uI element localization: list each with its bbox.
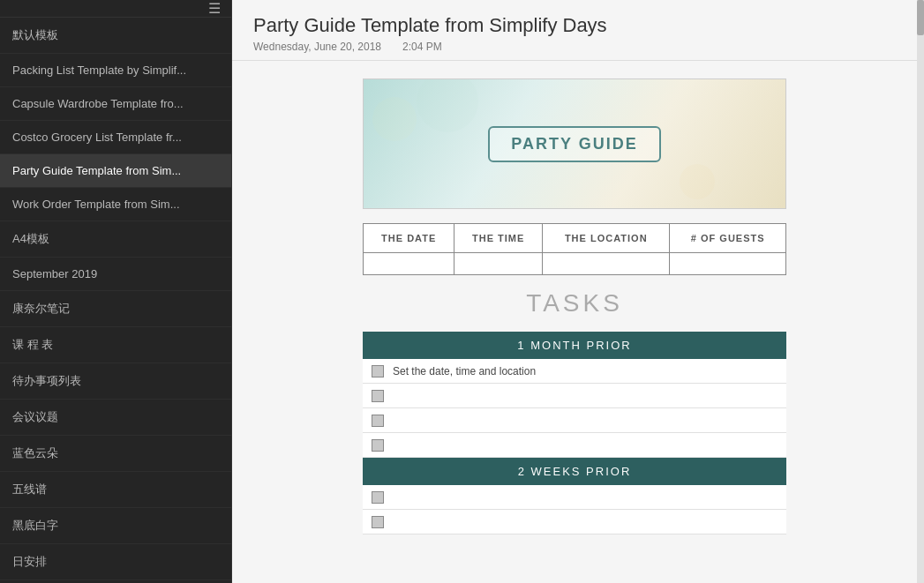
info-value-3[interactable] bbox=[670, 253, 786, 275]
scrollbar-thumb[interactable] bbox=[917, 0, 924, 35]
task-checkbox[interactable] bbox=[372, 365, 384, 377]
task-checkbox[interactable] bbox=[372, 390, 384, 402]
main-meta: Wednesday, June 20, 2018 2:04 PM bbox=[253, 41, 896, 53]
sidebar-item-kangqier-notes[interactable]: 康奈尔笔记 bbox=[0, 291, 231, 327]
main-body: PARTY GUIDE THE DATETHE TIMETHE LOCATION… bbox=[232, 61, 917, 552]
info-header-the-date: THE DATE bbox=[364, 224, 454, 253]
sidebar-items: 默认模板Packing List Template by Simplif...C… bbox=[0, 18, 231, 583]
info-value-2[interactable] bbox=[543, 253, 670, 275]
sidebar-item-september-2019[interactable]: September 2019 bbox=[0, 258, 231, 291]
info-header-the-location: THE LOCATION bbox=[543, 224, 670, 253]
task-checkbox[interactable] bbox=[372, 439, 384, 452]
scrollbar[interactable] bbox=[917, 0, 924, 583]
page-title: Party Guide Template from Simplify Days bbox=[253, 14, 896, 37]
sidebar-item-blue-cloud[interactable]: 蓝色云朵 bbox=[0, 436, 231, 472]
sidebar-item-party-guide[interactable]: Party Guide Template from Sim... bbox=[0, 154, 231, 188]
sidebar-item-a4-template[interactable]: A4模板 bbox=[0, 221, 231, 258]
task-row bbox=[363, 408, 786, 433]
main-content: Party Guide Template from Simplify Days … bbox=[232, 0, 917, 583]
task-row bbox=[363, 433, 786, 458]
task-text: Set the date, time and location bbox=[393, 365, 536, 377]
party-guide-banner: PARTY GUIDE bbox=[363, 78, 786, 209]
tasks-title: TASKS bbox=[526, 289, 623, 318]
task-sections-container: 1 MONTH PRIORSet the date, time and loca… bbox=[363, 332, 786, 534]
task-section-header-1-month-prior: 1 MONTH PRIOR bbox=[363, 332, 786, 359]
sidebar-item-staff-lines[interactable]: 五线谱 bbox=[0, 472, 231, 508]
task-checkbox[interactable] bbox=[372, 491, 384, 504]
sidebar-item-default-templates[interactable]: 默认模板 bbox=[0, 18, 231, 54]
task-row bbox=[363, 510, 786, 534]
task-checkbox[interactable] bbox=[372, 516, 384, 528]
task-row bbox=[363, 384, 786, 408]
task-checkbox[interactable] bbox=[372, 415, 384, 427]
task-row: Set the date, time and location bbox=[363, 359, 786, 384]
banner-label: PARTY GUIDE bbox=[488, 126, 660, 162]
info-table: THE DATETHE TIMETHE LOCATION# OF GUESTS bbox=[363, 223, 786, 275]
info-header---of-guests: # OF GUESTS bbox=[670, 224, 786, 253]
sidebar-item-meeting-agenda[interactable]: 会议议题 bbox=[0, 400, 231, 436]
info-header-the-time: THE TIME bbox=[454, 224, 543, 253]
info-table-header-row: THE DATETHE TIMETHE LOCATION# OF GUESTS bbox=[364, 224, 786, 253]
page-date: Wednesday, June 20, 2018 bbox=[253, 41, 381, 53]
sidebar-item-capsule-wardrobe[interactable]: Capsule Wardrobe Template fro... bbox=[0, 87, 231, 121]
task-section-2-weeks-prior: 2 WEEKS PRIOR bbox=[363, 458, 786, 534]
task-section-header-2-weeks-prior: 2 WEEKS PRIOR bbox=[363, 458, 786, 485]
sidebar-header: ☰ bbox=[0, 0, 231, 18]
sidebar-item-work-order[interactable]: Work Order Template from Sim... bbox=[0, 188, 231, 221]
sidebar-item-daily-row[interactable]: 日安排 bbox=[0, 544, 231, 580]
sidebar-item-packing-list[interactable]: Packing List Template by Simplif... bbox=[0, 54, 231, 87]
main-header: Party Guide Template from Simplify Days … bbox=[232, 0, 917, 61]
info-value-0[interactable] bbox=[364, 253, 454, 275]
sidebar-item-black-white[interactable]: 黑底白字 bbox=[0, 508, 231, 544]
page-time: 2:04 PM bbox=[402, 41, 442, 53]
sort-icon[interactable]: ☰ bbox=[208, 0, 221, 17]
sidebar-item-costco-grocery[interactable]: Costco Grocery List Template fr... bbox=[0, 121, 231, 154]
info-value-1[interactable] bbox=[454, 253, 543, 275]
task-section-1-month-prior: 1 MONTH PRIORSet the date, time and loca… bbox=[363, 332, 786, 458]
sidebar: ☰ 默认模板Packing List Template by Simplif..… bbox=[0, 0, 232, 583]
sidebar-item-todo-list[interactable]: 待办事项列表 bbox=[0, 363, 231, 400]
task-row bbox=[363, 485, 786, 510]
info-table-value-row bbox=[364, 253, 786, 275]
sidebar-item-schedule[interactable]: 课 程 表 bbox=[0, 327, 231, 363]
